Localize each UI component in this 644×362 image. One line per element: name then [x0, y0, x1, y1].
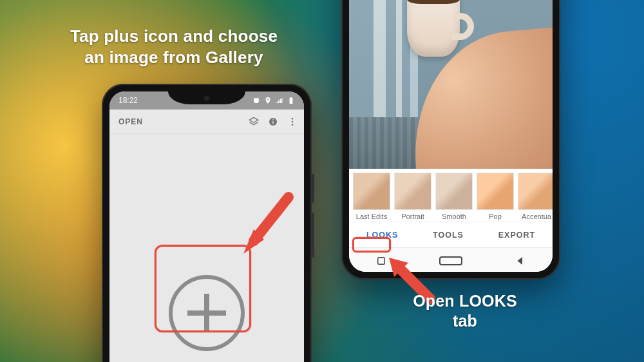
phone-left-screen: 18:22 OPEN T: [109, 91, 304, 362]
phone-side-button: [312, 174, 314, 203]
tab-label: EXPORT: [498, 231, 535, 240]
phone-right-frame: Last Edits Portrait Smooth Pop Accentua …: [341, 0, 560, 280]
look-thumb[interactable]: Accentua: [518, 173, 553, 220]
nav-home-icon[interactable]: [439, 256, 462, 265]
look-thumb[interactable]: Pop: [477, 173, 514, 220]
tab-tools[interactable]: TOOLS: [426, 228, 470, 242]
appbar-title: OPEN: [118, 117, 143, 126]
look-thumb[interactable]: Portrait: [394, 173, 431, 220]
thumb-label: Pop: [489, 213, 502, 220]
thumb-label: Smooth: [442, 213, 466, 220]
more-icon[interactable]: [287, 117, 298, 127]
phone-side-button: [312, 213, 314, 258]
nav-recent-icon[interactable]: [375, 255, 387, 267]
alarm-icon: [252, 97, 260, 104]
look-thumb[interactable]: Smooth: [435, 173, 473, 220]
editor-preview-image[interactable]: [349, 0, 553, 169]
nav-back-icon[interactable]: [515, 255, 526, 267]
layers-icon[interactable]: [249, 117, 259, 127]
android-nav-bar: [349, 247, 553, 272]
svg-rect-1: [272, 120, 273, 124]
battery-icon: [287, 97, 295, 104]
svg-point-4: [292, 120, 294, 122]
svg-point-3: [292, 118, 294, 120]
info-icon[interactable]: [268, 117, 278, 127]
instruction-left-text: Tap plus icon and choose an image from G…: [70, 26, 278, 67]
phone-notch: [168, 91, 245, 104]
looks-thumbnail-strip: Last Edits Portrait Smooth Pop Accentua: [349, 169, 553, 222]
tab-label: TOOLS: [433, 231, 464, 240]
thumb-label: Accentua: [522, 213, 551, 220]
bottom-tabs: LOOKS TOOLS EXPORT: [349, 222, 553, 247]
app-bar: OPEN: [109, 110, 304, 134]
instruction-left: Tap plus icon and choose an image from G…: [58, 26, 290, 68]
instruction-right: Open LOOKS tab: [394, 291, 536, 332]
look-thumb[interactable]: Last Edits: [353, 173, 390, 220]
instruction-right-text: Open LOOKS tab: [413, 292, 517, 330]
tab-export[interactable]: EXPORT: [492, 228, 542, 242]
location-icon: [264, 97, 272, 104]
tab-looks[interactable]: LOOKS: [360, 228, 404, 242]
svg-point-5: [292, 124, 294, 126]
plus-icon[interactable]: [169, 275, 245, 351]
svg-rect-8: [377, 257, 384, 264]
phone-left-frame: 18:22 OPEN T: [102, 84, 312, 362]
signal-icon: [276, 97, 283, 104]
open-photo-area[interactable]: Tap anywhere to open a photo: [109, 134, 304, 362]
status-time: 18:22: [118, 96, 138, 105]
tutorial-canvas: Tap plus icon and choose an image from G…: [0, 0, 644, 362]
svg-rect-2: [272, 119, 273, 120]
thumb-label: Last Edits: [356, 213, 387, 220]
status-icons: [252, 97, 295, 104]
thumb-label: Portrait: [401, 213, 424, 220]
tab-label: LOOKS: [366, 231, 398, 240]
phone-right-screen: Last Edits Portrait Smooth Pop Accentua …: [349, 0, 553, 272]
